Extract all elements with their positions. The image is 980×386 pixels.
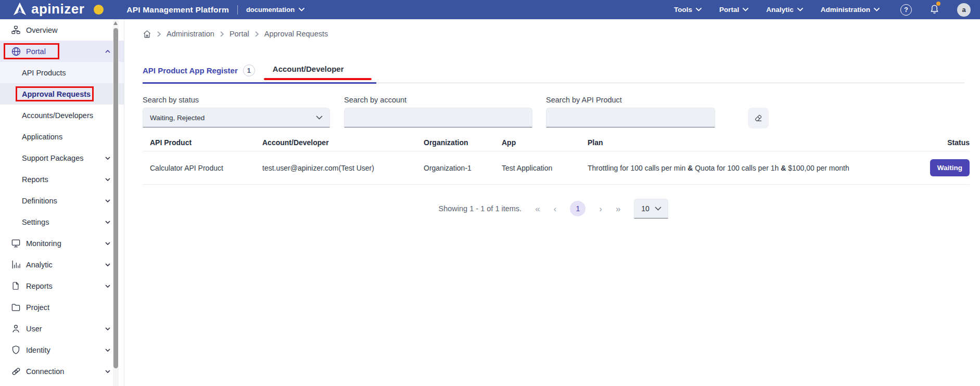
col-account-developer: Account/Developer — [262, 138, 424, 147]
table-row[interactable]: Calculator API Product test.user@apinize… — [143, 151, 970, 185]
sidebar-item-label: Connection — [26, 367, 105, 376]
sidebar-item-portal-reports[interactable]: Reports — [0, 169, 124, 190]
col-plan: Plan — [588, 138, 907, 147]
sidebar-item-label: User — [26, 325, 105, 333]
plan-separator: & — [688, 164, 693, 172]
sidebar-item-monitoring[interactable]: Monitoring — [0, 233, 124, 254]
sidebar-item-overview[interactable]: Overview — [0, 19, 124, 41]
breadcrumb-current: Approval Requests — [264, 30, 328, 38]
sidebar-item-analytic[interactable]: Analytic — [0, 254, 124, 275]
tab-api-product-app-register[interactable]: API Product App Register 1 — [143, 58, 255, 82]
sidebar-item-approval-requests[interactable]: Approval Requests — [0, 83, 124, 105]
sidebar-item-label: Accounts/Developers — [22, 111, 110, 120]
next-page-button[interactable]: › — [599, 204, 602, 213]
filter-status: Search by status Waiting, Rejected — [143, 96, 330, 127]
apinizer-logo-icon — [12, 2, 27, 18]
sidebar-item-portal[interactable]: Portal — [0, 41, 124, 62]
topbar: apinizer API Management Platform documen… — [0, 0, 980, 19]
environment-selector[interactable]: documentation — [246, 6, 304, 14]
page-size-value: 10 — [641, 204, 650, 213]
chevron-down-icon — [299, 8, 304, 11]
col-app: App — [502, 138, 588, 147]
prev-page-button[interactable]: ‹ — [554, 204, 557, 213]
tab-label: API Product App Register — [143, 66, 238, 75]
sidebar-item-accounts-developers[interactable]: Accounts/Developers — [0, 105, 124, 126]
breadcrumb-administration[interactable]: Administration — [167, 30, 214, 38]
sidebar-item-label: API Products — [22, 69, 110, 77]
clear-filters-button[interactable] — [748, 108, 769, 128]
sidebar-item-definitions[interactable]: Definitions — [0, 190, 124, 211]
chevron-down-icon — [696, 8, 702, 11]
sidebar-item-user[interactable]: User — [0, 318, 124, 339]
product-input-wrap — [546, 108, 715, 127]
plan-separator: & — [781, 164, 786, 172]
status-select[interactable]: Waiting, Rejected — [143, 108, 330, 127]
sidebar-item-label: Applications — [22, 133, 110, 141]
sidebar-item-label: Identity — [26, 346, 105, 354]
cell-account: test.user@apinizer.com(Test User) — [262, 164, 424, 172]
menu-tools[interactable]: Tools — [674, 6, 702, 14]
eraser-icon — [754, 113, 763, 124]
sidebar-item-label: Monitoring — [26, 239, 105, 248]
product-title: API Management Platform — [126, 5, 229, 15]
sidebar-item-connection[interactable]: Connection — [0, 361, 124, 382]
account-input[interactable] — [351, 108, 525, 127]
chevron-down-icon — [105, 221, 110, 224]
chevron-down-icon — [316, 115, 323, 120]
notifications-bell[interactable] — [930, 3, 939, 16]
current-page-button[interactable]: 1 — [570, 201, 586, 216]
menu-administration[interactable]: Administration — [821, 6, 880, 14]
page-size-select[interactable]: 10 — [634, 199, 668, 218]
filter-bar: Search by status Waiting, Rejected Searc… — [143, 96, 970, 128]
sidebar-item-label: Reports — [22, 175, 105, 184]
menu-analytic[interactable]: Analytic — [766, 6, 803, 14]
main-content: Administration Portal Approval Requests … — [125, 19, 980, 386]
sitemap-icon — [11, 25, 21, 35]
breadcrumb-separator — [157, 31, 161, 37]
approval-requests-table: API Product Account/Developer Organizati… — [143, 134, 970, 185]
sidebar-item-label: Reports — [26, 282, 105, 290]
sidebar-item-label: Overview — [26, 26, 110, 34]
breadcrumb-separator — [255, 31, 259, 37]
cell-organization: Organization-1 — [424, 164, 502, 172]
chevron-down-icon — [105, 178, 110, 181]
sidebar-item-label: Project — [26, 303, 110, 312]
scrollbar-up-arrow[interactable] — [113, 21, 118, 25]
first-page-button[interactable]: « — [535, 204, 540, 213]
sidebar-item-label: Settings — [22, 218, 105, 226]
scrollbar-thumb[interactable] — [113, 28, 118, 368]
status-select-value: Waiting, Rejected — [150, 114, 316, 122]
sidebar-toggle-dot[interactable] — [94, 5, 104, 15]
filter-api-product: Search by API Product — [532, 96, 715, 127]
chevron-down-icon — [874, 8, 880, 11]
pagination-summary: Showing 1 - 1 of 1 items. — [439, 204, 522, 213]
home-icon[interactable] — [143, 30, 151, 38]
status-badge: Waiting — [930, 159, 970, 176]
sidebar-item-applications[interactable]: Applications — [0, 126, 124, 147]
tab-account-developer[interactable]: Account/Developer — [273, 58, 344, 79]
shield-icon — [11, 345, 21, 355]
sidebar-item-project[interactable]: Project — [0, 297, 124, 318]
plan-part: Throttling for 100 calls per min — [588, 164, 685, 172]
sidebar-item-identity[interactable]: Identity — [0, 339, 124, 361]
col-api-product: API Product — [150, 138, 262, 147]
sidebar-item-api-products[interactable]: API Products — [0, 62, 124, 83]
product-filter-label: Search by API Product — [546, 96, 715, 104]
sidebar-scrollbar[interactable] — [113, 19, 119, 386]
monitor-icon — [11, 238, 21, 249]
person-icon — [11, 324, 21, 334]
product-input[interactable] — [553, 108, 708, 127]
sidebar-item-reports[interactable]: Reports — [0, 275, 124, 297]
sidebar-item-support-packages[interactable]: Support Packages — [0, 147, 124, 169]
sidebar-item-settings[interactable]: Settings — [0, 211, 124, 233]
cell-api-product: Calculator API Product — [150, 164, 262, 172]
breadcrumb-portal[interactable]: Portal — [230, 30, 249, 38]
sidebar-item-label: Approval Requests — [22, 90, 110, 98]
chevron-down-icon — [105, 370, 110, 373]
user-avatar[interactable]: a — [957, 3, 971, 17]
chevron-down-icon — [743, 8, 748, 11]
menu-portal[interactable]: Portal — [719, 6, 748, 14]
help-icon[interactable]: ? — [900, 4, 912, 16]
last-page-button[interactable]: » — [616, 204, 620, 213]
apinizer-logo[interactable]: apinizer — [12, 2, 84, 18]
